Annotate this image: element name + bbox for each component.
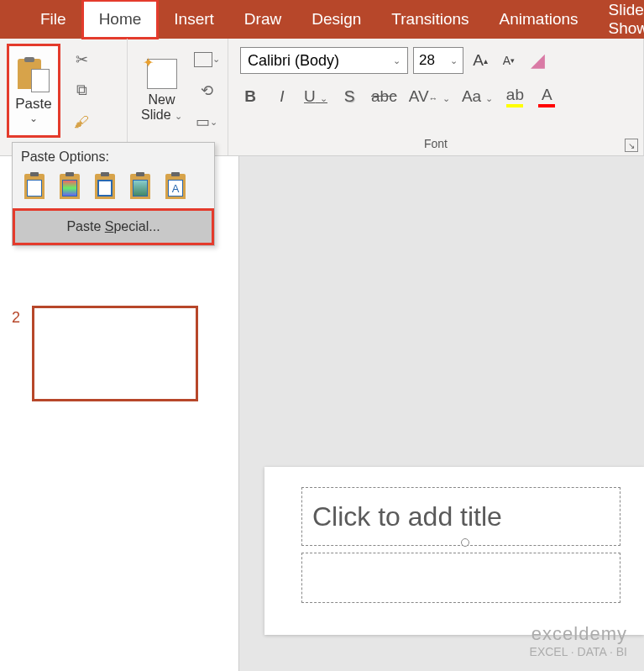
copy-button[interactable]: ⧉ — [67, 78, 96, 103]
slide-number: 2 — [12, 306, 32, 327]
underline-button[interactable]: U ⌄ — [304, 87, 327, 106]
strikethrough-button[interactable]: abc — [371, 87, 397, 106]
section-icon: ▭ — [196, 113, 210, 131]
paste-keep-source-formatting[interactable] — [55, 171, 85, 202]
slide-editor[interactable]: Click to add title — [264, 467, 644, 635]
eraser-icon: ◢ — [531, 50, 545, 71]
italic-button[interactable]: I — [272, 87, 292, 106]
font-dialog-launcher[interactable]: ↘ — [625, 139, 638, 152]
paste-use-destination-theme[interactable] — [19, 171, 50, 202]
clipboard-group: Paste ⌄ ✂ ⧉ 🖌 — [0, 39, 128, 155]
slides-group: ✦ NewSlide ⌄ ⌄ ⟲ ▭⌄ — [128, 39, 228, 155]
slide-thumbnail-2[interactable] — [32, 306, 198, 401]
paste-label: Paste — [15, 96, 51, 113]
chevron-down-icon: ⌄ — [29, 113, 38, 124]
reset-icon: ⟲ — [201, 81, 213, 100]
font-name-value: Calibri (Body) — [248, 52, 339, 70]
section-button[interactable]: ▭⌄ — [192, 109, 221, 134]
tab-animations[interactable]: Animations — [484, 2, 594, 37]
copy-icon: ⧉ — [76, 81, 87, 99]
layout-icon — [194, 52, 212, 67]
watermark: exceldemy EXCEL · DATA · BI — [530, 623, 627, 659]
watermark-brand: exceldemy — [530, 623, 627, 645]
subtitle-placeholder[interactable] — [301, 553, 620, 603]
chevron-down-icon: ⌄ — [450, 55, 458, 66]
paste-dropdown: Paste Options: A Paste Special... — [12, 142, 215, 246]
cut-button[interactable]: ✂ — [67, 47, 96, 72]
shadow-button[interactable]: S — [339, 87, 359, 106]
font-size-select[interactable]: 28⌄ — [413, 47, 463, 74]
font-color-button[interactable]: A — [537, 86, 557, 107]
format-painter-button[interactable]: 🖌 — [67, 109, 96, 134]
tab-file[interactable]: File — [25, 2, 81, 37]
ribbon-tab-bar: File Home Insert Draw Design Transitions… — [0, 0, 644, 39]
tab-transitions[interactable]: Transitions — [376, 2, 484, 37]
brush-icon: 🖌 — [74, 113, 89, 131]
rotation-handle[interactable] — [461, 538, 469, 547]
change-case-button[interactable]: Aa ⌄ — [462, 87, 494, 106]
slide-thumb-row: 2 — [0, 299, 238, 408]
clipboard-icon — [18, 57, 50, 92]
bold-button[interactable]: B — [240, 87, 260, 106]
layout-button[interactable]: ⌄ — [192, 47, 221, 72]
font-group-label: Font — [228, 134, 643, 154]
new-slide-label: NewSlide ⌄ — [141, 92, 182, 122]
title-placeholder-text: Click to add title — [312, 501, 502, 532]
new-slide-button[interactable]: ✦ NewSlide ⌄ — [134, 44, 189, 138]
title-placeholder[interactable]: Click to add title — [301, 487, 620, 546]
font-name-select[interactable]: Calibri (Body)⌄ — [240, 47, 408, 74]
watermark-tag: EXCEL · DATA · BI — [530, 645, 627, 659]
reset-button[interactable]: ⟲ — [192, 78, 221, 103]
paste-embed[interactable] — [90, 171, 120, 202]
chevron-down-icon: ⌄ — [393, 55, 401, 66]
font-group: Calibri (Body)⌄ 28⌄ A▴ A▾ ◢ B I U ⌄ S ab… — [228, 39, 644, 155]
highlight-button[interactable]: ab — [505, 86, 525, 107]
tab-design[interactable]: Design — [296, 2, 376, 37]
ribbon: Paste ⌄ ✂ ⧉ 🖌 ✦ NewSlide ⌄ ⌄ ⟲ ▭⌄ — [0, 39, 644, 156]
paste-picture[interactable] — [125, 171, 155, 202]
paste-button[interactable]: Paste ⌄ — [7, 44, 60, 138]
scissors-icon: ✂ — [76, 50, 88, 69]
clear-formatting-button[interactable]: ◢ — [526, 49, 549, 72]
tab-draw[interactable]: Draw — [229, 2, 296, 37]
grow-font-button[interactable]: A▴ — [469, 48, 492, 73]
tab-insert[interactable]: Insert — [159, 2, 229, 37]
tab-home[interactable]: Home — [81, 0, 160, 39]
new-slide-icon: ✦ — [147, 59, 177, 89]
paste-options-header: Paste Options: — [13, 143, 214, 170]
shrink-font-button[interactable]: A▾ — [497, 48, 521, 73]
font-size-value: 28 — [419, 52, 435, 69]
paste-special-menuitem[interactable]: Paste Special... — [13, 208, 214, 245]
paste-keep-text-only[interactable]: A — [160, 171, 191, 202]
char-spacing-button[interactable]: AV↔ ⌄ — [409, 87, 450, 106]
slide-canvas: Click to add title — [239, 156, 644, 671]
